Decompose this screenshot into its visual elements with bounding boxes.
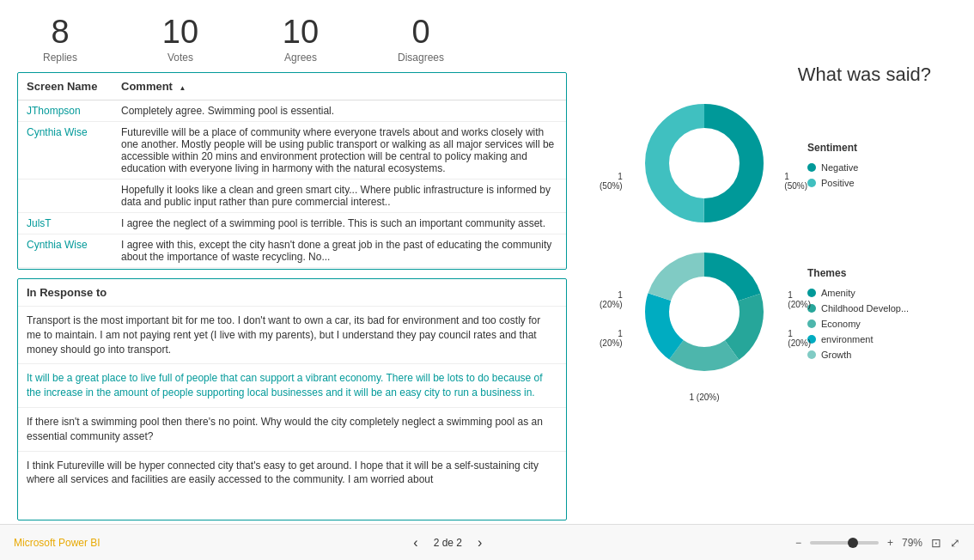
negative-dot <box>807 163 816 172</box>
svg-point-8 <box>670 277 739 346</box>
zoom-thumb <box>848 538 858 548</box>
screen-name-cell: JThompson <box>18 100 113 122</box>
agrees-label: Agrees <box>275 52 326 64</box>
themes-label-top-right: 1(20%) <box>788 290 811 309</box>
svg-point-2 <box>670 129 739 198</box>
comment-cell: I agree the neglect of a swimming pool i… <box>113 213 566 234</box>
sentiment-donut-svg <box>636 94 773 232</box>
list-item: Transport is the most important bit for … <box>18 307 566 364</box>
positive-dot <box>807 179 816 187</box>
positive-label: Positive <box>821 178 855 188</box>
sentiment-label-left: 1(50%) <box>600 172 623 191</box>
powerbi-link[interactable]: Microsoft Power BI <box>14 537 100 549</box>
negative-label: Negative <box>821 162 858 173</box>
themes-label-top-left: 1(20%) <box>600 290 623 309</box>
comments-table: Screen Name Comment ▲ JThompsonCompletel… <box>18 73 566 268</box>
themes-donut-svg <box>636 243 773 380</box>
table-row: JThompsonCompletely agree. Swimming pool… <box>18 100 566 122</box>
response-items-list: Transport is the most important bit for … <box>18 307 566 494</box>
stat-votes: 10 Votes <box>155 15 206 64</box>
page-title: What was said? <box>601 64 957 86</box>
disagrees-count: 0 <box>395 15 447 48</box>
left-panel: Screen Name Comment ▲ JThompsonCompletel… <box>17 72 567 520</box>
growth-dot <box>807 350 816 359</box>
list-item: It will be a great place to live full of… <box>18 364 566 408</box>
legend-item-economy: Economy <box>807 319 909 329</box>
legend-item-growth: Growth <box>807 350 909 360</box>
in-response-table-container[interactable]: In Response to Transport is the most imp… <box>17 278 567 520</box>
themes-legend: Themes Amenity Childhood Develop... Econ… <box>807 267 909 360</box>
stats-bar: 8 Replies 10 Votes 10 Agrees 0 Disagrees <box>0 0 974 72</box>
screen-name-cell: Cynthia Wise <box>18 234 113 268</box>
themes-label-bottom-left: 1(20%) <box>600 329 623 348</box>
comment-cell: Futureville will be a place of community… <box>113 122 566 180</box>
economy-dot <box>807 320 816 328</box>
themes-donut-container: 1(20%) 1(20%) 1(20%) 1(20%) 1 (20%) <box>636 243 773 383</box>
zoom-plus[interactable]: + <box>887 537 893 549</box>
economy-label: Economy <box>821 319 861 329</box>
sentiment-donut-container: 1(50%) 1(50%) <box>636 94 773 234</box>
comment-cell: Hopefully it looks like a clean and gree… <box>113 180 566 213</box>
childhood-label: Childhood Develop... <box>821 303 909 313</box>
legend-item-negative: Negative <box>807 162 858 173</box>
zoom-percent: 79% <box>902 537 922 549</box>
footer-right: − + 79% ⊡ ⤢ <box>795 536 960 550</box>
table-row: Cynthia WiseI agree with this, except th… <box>18 234 566 268</box>
disagrees-label: Disagrees <box>395 52 447 64</box>
sentiment-label-right: 1(50%) <box>784 172 807 191</box>
sentiment-legend: Sentiment Negative Positive <box>807 142 858 188</box>
list-item: I think Futureville will be hyper connec… <box>18 452 566 495</box>
screen-name-cell <box>18 180 113 213</box>
votes-label: Votes <box>155 52 206 64</box>
amenity-label: Amenity <box>821 288 855 298</box>
replies-label: Replies <box>34 52 86 64</box>
agrees-count: 10 <box>275 15 326 48</box>
col-comment[interactable]: Comment ▲ <box>113 73 566 100</box>
themes-chart-section: 1(20%) 1(20%) 1(20%) 1(20%) 1 (20%) Them… <box>636 243 957 383</box>
themes-legend-title: Themes <box>807 267 909 279</box>
stat-agrees: 10 Agrees <box>275 15 326 64</box>
comment-cell: Completely agree. Swimming pool is essen… <box>113 100 566 122</box>
legend-item-environment: environment <box>807 334 909 344</box>
right-panel: What was said? 1(50%) 1(50%) Sentiment <box>584 72 957 520</box>
sentiment-legend-title: Sentiment <box>807 142 858 154</box>
page-info: 2 de 2 <box>434 537 462 549</box>
environment-label: environment <box>821 334 874 344</box>
comment-cell: I agree with this, except the city hasn'… <box>113 234 566 268</box>
footer-center: ‹ 2 de 2 › <box>408 533 487 552</box>
replies-count: 8 <box>34 15 86 48</box>
zoom-minus[interactable]: − <box>795 537 801 549</box>
legend-item-positive: Positive <box>807 178 858 188</box>
fit-page-icon[interactable]: ⊡ <box>931 536 941 550</box>
legend-item-amenity: Amenity <box>807 288 909 298</box>
col-screen-name[interactable]: Screen Name <box>18 73 113 100</box>
sentiment-chart-section: 1(50%) 1(50%) Sentiment Negative Positiv… <box>636 94 957 234</box>
zoom-slider[interactable] <box>810 541 879 545</box>
table-row: Cynthia WiseFutureville will be a place … <box>18 122 566 180</box>
list-item: If there isn't a swimming pool then ther… <box>18 408 566 452</box>
themes-label-bottom-right: 1(20%) <box>788 329 811 348</box>
legend-item-childhood: Childhood Develop... <box>807 303 909 313</box>
screen-name-cell: Cynthia Wise <box>18 122 113 180</box>
main-content: Screen Name Comment ▲ JThompsonCompletel… <box>0 72 974 520</box>
comments-table-container[interactable]: Screen Name Comment ▲ JThompsonCompletel… <box>17 72 567 270</box>
stat-disagrees: 0 Disagrees <box>395 15 447 64</box>
themes-label-bottom-center: 1 (20%) <box>689 393 719 402</box>
screen-name-cell: JulsT <box>18 213 113 234</box>
votes-count: 10 <box>155 15 206 48</box>
prev-page-button[interactable]: ‹ <box>408 533 423 552</box>
footer-left[interactable]: Microsoft Power BI <box>14 537 100 549</box>
footer-bar: Microsoft Power BI ‹ 2 de 2 › − + 79% ⊡ … <box>0 524 974 560</box>
table-row: JulsTI agree the neglect of a swimming p… <box>18 213 566 234</box>
in-response-title: In Response to <box>18 279 566 307</box>
table-row: Hopefully it looks like a clean and gree… <box>18 180 566 213</box>
growth-label: Growth <box>821 350 851 360</box>
stat-replies: 8 Replies <box>34 15 86 64</box>
sort-arrow: ▲ <box>180 84 186 92</box>
next-page-button[interactable]: › <box>472 533 487 552</box>
expand-icon[interactable]: ⤢ <box>950 536 960 550</box>
